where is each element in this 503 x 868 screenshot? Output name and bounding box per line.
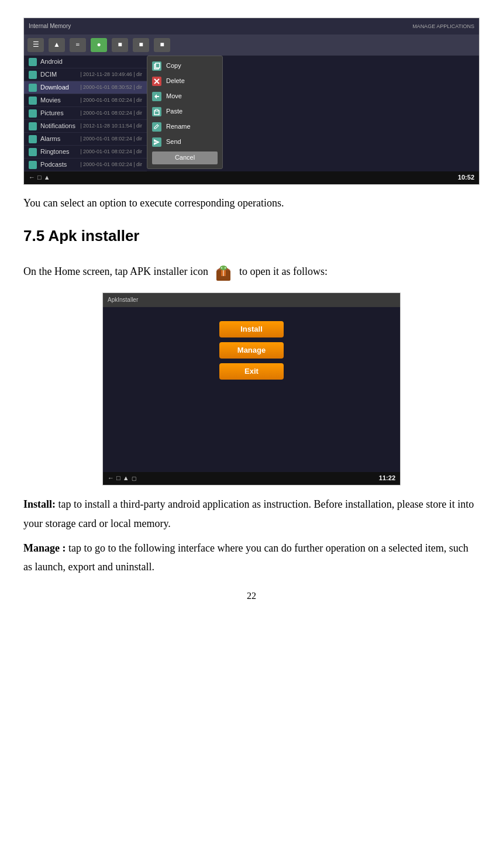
toolbar-icon-6: ■	[133, 38, 149, 52]
install-desc-text: tap to install a third-party android app…	[23, 498, 474, 529]
menu-copy[interactable]: Copy	[147, 58, 222, 74]
menu-paste[interactable]: Paste	[147, 104, 222, 119]
manage-desc-text: tap to go to the following interface whe…	[23, 542, 468, 573]
apk-install-button[interactable]: Install	[219, 321, 284, 337]
toolbar-icon-1: ☰	[27, 38, 44, 52]
list-item: Android	[24, 56, 147, 68]
manage-label: Manage :	[23, 542, 66, 554]
intro-paragraph: On the Home screen, tap APK installer ic…	[23, 262, 480, 283]
fm-time: 10:52	[458, 173, 474, 183]
apk-statusbar: ← □ ▲ ▢ 11:22	[103, 472, 400, 485]
list-item-download: Download | 2000-01-01 08:30:52 | dir	[24, 81, 147, 94]
menu-move[interactable]: Move	[147, 89, 222, 104]
fm-title: Internal Memory	[29, 22, 71, 31]
fm-statusbar: ← □ ▲ 10:52	[24, 171, 479, 184]
section-heading: 7.5 Apk installer	[23, 224, 480, 249]
apk-title: ApkInstaller	[108, 295, 138, 305]
toolbar-icon-7: ■	[154, 38, 170, 52]
apk-exit-button[interactable]: Exit	[219, 363, 284, 380]
svg-rect-6	[156, 109, 158, 111]
fm-manage: MANAGE APPLICATIONS	[412, 22, 474, 30]
context-menu: Copy Delete Move	[147, 56, 223, 169]
fm-toolbar: ☰ ▲ ≡ ● ■ ■ ■	[24, 35, 479, 56]
svg-rect-1	[156, 63, 160, 68]
fm-file-list: Android DCIM | 2012-11-28 10:49:46 | dir…	[24, 56, 147, 184]
apk-nav-icons: ← □ ▲ ▢	[108, 473, 137, 484]
toolbar-icon-2: ▲	[49, 38, 65, 52]
description1: You can select an option to execute corr…	[23, 194, 480, 212]
intro-text-after: to open it as follows:	[239, 266, 328, 277]
apk-topbar: ApkInstaller	[103, 293, 400, 307]
apk-manage-button[interactable]: Manage	[219, 342, 284, 359]
install-label: Install:	[23, 498, 56, 510]
fm-topbar: Internal Memory MANAGE APPLICATIONS	[24, 18, 479, 35]
manage-description: Manage : tap to go to the following inte…	[23, 539, 480, 577]
list-item: Alarms | 2000-01-01 08:02:24 | dir	[24, 133, 147, 146]
apk-icon	[213, 262, 234, 283]
menu-cancel[interactable]: Cancel	[152, 151, 218, 164]
svg-point-13	[221, 267, 222, 268]
menu-rename[interactable]: Rename	[147, 119, 222, 135]
fm-body: Android DCIM | 2012-11-28 10:49:46 | dir…	[24, 56, 479, 184]
toolbar-icon-3: ≡	[70, 38, 86, 52]
screenshot2-container: ApkInstaller Install Manage Exit ← □ ▲ ▢…	[23, 292, 480, 485]
screenshot1-container: Internal Memory MANAGE APPLICATIONS ☰ ▲ …	[23, 18, 480, 185]
list-item: Movies | 2000-01-01 08:02:24 | dir	[24, 94, 147, 107]
intro-text-before: On the Home screen, tap APK installer ic…	[23, 266, 208, 277]
install-description: Install: tap to install a third-party an…	[23, 495, 480, 533]
menu-send[interactable]: Send	[147, 135, 222, 150]
svg-point-14	[225, 267, 226, 268]
list-item: Ringtones | 2000-01-01 08:02:24 | dir	[24, 146, 147, 159]
fm-nav-icons: ← □ ▲	[29, 173, 50, 183]
list-item: Pictures | 2000-01-01 08:02:24 | dir	[24, 107, 147, 120]
list-item: Podcasts | 2000-01-01 08:02:24 | dir	[24, 159, 147, 171]
menu-delete[interactable]: Delete	[147, 74, 222, 89]
toolbar-icon-4: ●	[91, 38, 107, 52]
page-number: 22	[23, 588, 480, 604]
list-item: Notifications | 2012-11-28 10:11:54 | di…	[24, 120, 147, 133]
svg-point-12	[220, 266, 227, 270]
apk-body: Install Manage Exit	[103, 307, 400, 472]
svg-marker-4	[154, 94, 159, 99]
svg-marker-7	[154, 139, 160, 145]
apk-time: 11:22	[379, 473, 395, 484]
list-item: DCIM | 2012-11-28 10:49:46 | dir	[24, 68, 147, 81]
toolbar-icon-5: ■	[112, 38, 128, 52]
apk-installer-screenshot: ApkInstaller Install Manage Exit ← □ ▲ ▢…	[102, 292, 401, 485]
file-manager-screenshot: Internal Memory MANAGE APPLICATIONS ☰ ▲ …	[23, 18, 480, 185]
